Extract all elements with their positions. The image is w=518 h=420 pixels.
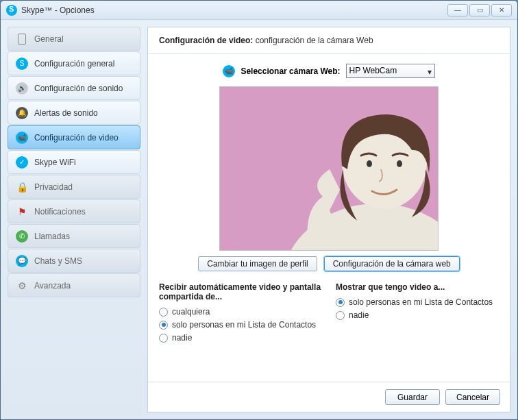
speaker-icon: 🔊 [15,82,29,95]
sidebar-item-chats[interactable]: 💬 Chats y SMS [8,249,140,273]
radio-label: solo personas en mi Lista de Contactos [349,297,493,307]
radio-nobody[interactable]: nadie [336,310,499,320]
avatar-illustration [220,87,439,251]
panel-header: Configuración de video: configuración de… [148,27,510,54]
device-icon [15,32,29,46]
sidebar-item-label: Chats y SMS [34,256,82,266]
sidebar-item-calls[interactable]: ✆ Llamadas [8,224,140,248]
camera-icon: 📹 [223,65,235,77]
svg-point-3 [367,160,372,167]
radio-icon [336,298,345,307]
change-profile-image-button[interactable]: Cambiar tu imagen de perfil [198,256,317,271]
panel-header-rest: configuración de la cámara Web [253,36,373,45]
show-video-group: Mostrar que tengo video a... solo person… [336,282,499,346]
sidebar-item-config-general[interactable]: S Configuración general [8,51,140,75]
group-title: Recibir automáticamente video y pantalla… [159,282,322,301]
settings-panel: Configuración de video: configuración de… [147,27,510,412]
radio-groups: Recibir automáticamente video y pantalla… [159,282,499,346]
sidebar: General S Configuración general 🔊 Config… [8,27,140,412]
options-window: Skype™ - Opciones — ▭ ✕ General S Config… [0,0,518,420]
sidebar-item-notifications[interactable]: ⚑ Notificaciones [8,199,140,223]
chat-icon: 💬 [15,254,29,268]
sidebar-item-label: Configuración de video [34,133,119,143]
phone-icon: ✆ [15,230,29,243]
radio-label: solo personas en mi Lista de Contactos [172,320,316,330]
minimize-button[interactable]: — [447,4,468,16]
sidebar-item-wifi[interactable]: ✓ Skype WiFi [8,150,140,174]
sidebar-item-advanced[interactable]: ⚙ Avanzada [8,273,140,297]
wifi-icon: ✓ [15,156,29,169]
titlebar[interactable]: Skype™ - Opciones — ▭ ✕ [1,1,517,20]
radio-label: nadie [349,310,369,320]
sidebar-item-label: Skype WiFi [34,158,76,167]
skype-icon: S [15,57,29,71]
sidebar-item-general[interactable]: General [8,27,140,51]
sidebar-item-sound-alerts[interactable]: 🔔 Alertas de sonido [8,101,140,125]
gear-icon: ⚙ [15,279,29,293]
sidebar-item-label: Privacidad [34,182,73,192]
panel-header-bold: Configuración de video: [159,36,253,45]
close-button[interactable]: ✕ [491,4,512,16]
radio-label: cualquiera [172,307,210,317]
radio-icon [159,334,168,343]
sidebar-item-label: General [34,34,64,44]
window-title: Skype™ - Opciones [21,5,447,15]
camera-icon: 📹 [15,131,29,145]
radio-icon [336,311,345,320]
sidebar-item-sound-config[interactable]: 🔊 Configuración de sonido [8,76,140,100]
sidebar-item-label: Configuración de sonido [34,84,123,93]
group-title: Mostrar que tengo video a... [336,282,499,292]
cancel-button[interactable]: Cancelar [445,389,500,405]
sidebar-item-label: Llamadas [34,232,70,241]
content: General S Configuración general 🔊 Config… [1,20,517,419]
panel-footer: Guardar Cancelar [148,382,510,412]
window-controls: — ▭ ✕ [447,4,512,16]
skype-logo-icon [6,5,17,16]
sidebar-item-label: Alertas de sonido [34,108,98,118]
radio-anyone[interactable]: cualquiera [159,307,322,317]
camera-settings-button[interactable]: Configuración de la cámara web [324,256,460,271]
camera-select[interactable]: HP WebCam [346,64,435,78]
save-button[interactable]: Guardar [385,389,440,405]
maximize-button[interactable]: ▭ [469,4,490,16]
panel-body: 📹 Seleccionar cámara Web: HP WebCam [148,54,510,382]
radio-icon [159,308,168,317]
lock-icon: 🔒 [15,180,29,194]
sidebar-item-label: Configuración general [34,59,114,69]
radio-label: nadie [172,333,192,343]
bell-icon: 🔔 [15,106,29,120]
flag-icon: ⚑ [15,205,29,219]
select-camera-label: Seleccionar cámara Web: [241,66,340,76]
preview-buttons: Cambiar tu imagen de perfil Configuració… [198,256,460,271]
camera-select-value: HP WebCam [349,66,397,75]
sidebar-item-privacy[interactable]: 🔒 Privacidad [8,175,140,199]
radio-contacts-only[interactable]: solo personas en mi Lista de Contactos [336,297,499,307]
radio-icon [159,321,168,330]
radio-contacts-only[interactable]: solo personas en mi Lista de Contactos [159,320,322,330]
receive-video-group: Recibir automáticamente video y pantalla… [159,282,322,346]
svg-point-4 [397,160,402,167]
sidebar-item-label: Notificaciones [34,207,86,217]
camera-preview [219,86,439,251]
camera-select-row: 📹 Seleccionar cámara Web: HP WebCam [223,64,434,78]
radio-nobody[interactable]: nadie [159,333,322,343]
sidebar-item-video-config[interactable]: 📹 Configuración de video [8,125,140,149]
sidebar-item-label: Avanzada [34,281,71,291]
